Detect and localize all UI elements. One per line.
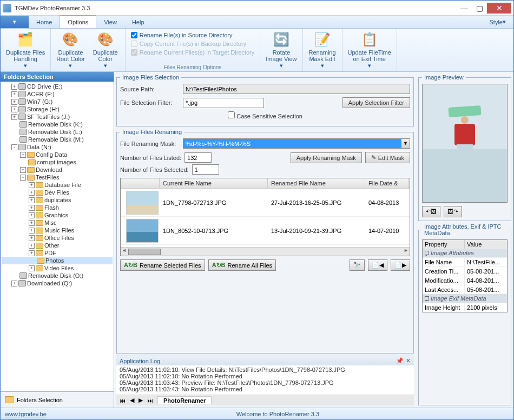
apply-selection-filter-button[interactable]: Apply Selection Filter — [342, 97, 410, 108]
file-filter-input[interactable] — [183, 98, 264, 108]
tree-node[interactable]: +CD Drive (E:) — [2, 83, 113, 90]
tree-node[interactable]: +ACER (F:) — [2, 90, 113, 98]
expand-icon[interactable]: - — [20, 175, 26, 181]
close-log-icon[interactable]: ✕ — [406, 357, 411, 364]
log-last-button[interactable]: ⏭ — [147, 397, 153, 404]
file-list-grid[interactable]: Current File Name Renamed File Name File… — [120, 178, 410, 256]
expand-icon[interactable]: + — [11, 281, 17, 286]
expand-icon[interactable]: + — [29, 243, 35, 249]
prop-category[interactable]: -Image Exif MetaData — [423, 294, 507, 303]
log-text[interactable]: 05/Aug/2013 11:02:10: View File Details:… — [116, 365, 414, 395]
file-row[interactable]: 1DN_8052-10-0713.JPG 13-Jul-2010-09-21-3… — [121, 217, 410, 245]
tree-node[interactable]: +Dev Files — [2, 189, 113, 196]
expand-icon[interactable]: + — [29, 228, 35, 234]
tree-node[interactable]: -Data (N:) — [2, 143, 113, 151]
tab-home[interactable]: Home — [29, 16, 60, 28]
renaming-mask-edit-button[interactable]: 📝 Renaming Mask Edit▾ — [306, 30, 339, 70]
tree-node[interactable]: +PDF — [2, 249, 113, 257]
expand-icon[interactable]: + — [11, 106, 17, 112]
rename-in-source-checkbox[interactable]: Rename File(s) in Source Directory — [131, 32, 255, 38]
expand-icon[interactable]: + — [29, 205, 35, 211]
tab-help[interactable]: Help — [124, 16, 152, 28]
close-button[interactable]: ✕ — [487, 3, 511, 14]
tree-node[interactable]: +Downloaded (Q:) — [2, 279, 113, 287]
tab-view[interactable]: View — [96, 16, 124, 28]
expand-icon[interactable]: - — [11, 144, 17, 150]
tree-node[interactable]: Removable Disk (K:) — [2, 121, 113, 128]
tree-node[interactable]: +Music Files — [2, 226, 113, 234]
horizontal-scrollbar[interactable] — [121, 247, 410, 256]
property-row[interactable]: Creation Ti...05-08-201... — [423, 266, 507, 276]
mask-dropdown-button[interactable]: ▼ — [401, 138, 410, 149]
col-file-date[interactable]: File Date & — [365, 178, 408, 188]
expand-icon[interactable]: + — [20, 167, 26, 173]
rotate-left-button[interactable]: ↶🖼 — [422, 206, 440, 217]
expand-icon[interactable]: + — [29, 212, 35, 218]
tree-node[interactable]: +Config Data — [2, 151, 113, 158]
rotate-image-view-button[interactable]: 🔄 Rotate Image View▾ — [263, 30, 299, 70]
tree-node[interactable]: +duplicates — [2, 196, 113, 204]
tree-node[interactable]: Removable Disk (M:) — [2, 136, 113, 143]
property-row[interactable]: Image Height2100 pixels — [423, 303, 507, 312]
rename-selected-files-button[interactable]: A↻BRename Selected Files — [120, 259, 205, 271]
folders-selection-footer[interactable]: Folders Selection — [1, 391, 114, 408]
tree-node[interactable]: +Flash — [2, 204, 113, 211]
rotate-right-button[interactable]: 🖼↷ — [444, 206, 462, 217]
expand-icon[interactable]: + — [29, 265, 35, 271]
tree-node[interactable]: +Misc — [2, 219, 113, 226]
expand-icon[interactable]: + — [11, 114, 17, 120]
tree-node[interactable]: Removable Disk (O:) — [2, 272, 113, 279]
tree-node[interactable]: +Other — [2, 242, 113, 249]
expand-icon[interactable]: + — [11, 99, 17, 105]
prev-file-button[interactable]: 📄◀ — [368, 259, 387, 271]
duplicate-files-handling-button[interactable]: 🗂️ Duplicate Files Handling▾ — [4, 30, 47, 70]
copy-backup-checkbox[interactable]: Copy Current File(s) in Backup Directory — [131, 41, 255, 47]
tree-node[interactable]: +Video Files — [2, 264, 113, 272]
col-renamed-filename[interactable]: Renamed File Name — [268, 178, 365, 188]
duplicate-root-color-button[interactable]: 🎨 Duplicate Root Color▾ — [54, 30, 87, 70]
app-menu-button[interactable]: ▾ — [1, 16, 29, 28]
log-next-button[interactable]: ▶ — [139, 397, 143, 404]
pin-icon[interactable]: 📌 — [396, 357, 404, 364]
tree-node[interactable]: corrupt images — [2, 158, 113, 166]
expand-icon[interactable]: + — [11, 91, 17, 97]
tab-options[interactable]: Options — [60, 15, 96, 28]
expand-icon[interactable]: + — [29, 182, 35, 188]
expand-icon[interactable]: + — [29, 190, 35, 196]
log-first-button[interactable]: ⏮ — [120, 397, 126, 404]
expand-icon[interactable]: + — [20, 152, 26, 158]
log-prev-button[interactable]: ◀ — [130, 397, 134, 404]
tree-node[interactable]: -TestFiles — [2, 174, 113, 181]
property-row[interactable]: Modificatio...04-08-201... — [423, 276, 507, 285]
prop-category[interactable]: -Image Attributes — [423, 249, 507, 257]
tree-node[interactable]: +Win7 (G:) — [2, 98, 113, 105]
duplicate-color-button[interactable]: 🎨 Duplicate Color▾ — [89, 30, 122, 70]
expand-icon[interactable]: + — [29, 250, 35, 256]
next-file-button[interactable]: 📄▶ — [391, 259, 410, 271]
col-current-filename[interactable]: Current File Name — [160, 178, 268, 188]
case-sensitive-checkbox[interactable]: Case Sensitive Selection — [228, 111, 302, 119]
tree-node[interactable]: +SF TestFiles (J:) — [2, 113, 113, 121]
tree-node[interactable]: +Download — [2, 166, 113, 174]
renaming-mask-input[interactable] — [183, 138, 401, 149]
update-filetime-button[interactable]: 📋 Update FileTime on Exif Time▾ — [346, 30, 393, 70]
log-tab[interactable]: PhotoRenamer — [157, 396, 212, 404]
tree-node[interactable]: +Database File — [2, 181, 113, 189]
expand-icon[interactable]: + — [29, 197, 35, 203]
apply-renaming-mask-button[interactable]: Apply Renaming Mask — [291, 152, 362, 163]
property-row[interactable]: Last Acces...05-08-201... — [423, 285, 507, 294]
property-row[interactable]: File NameN:\TestFile... — [423, 257, 507, 266]
style-dropdown[interactable]: Style ▾ — [482, 16, 513, 28]
expand-icon[interactable]: + — [11, 84, 17, 90]
source-path-input[interactable] — [183, 84, 410, 94]
property-grid[interactable]: Property Value -Image Attributes File Na… — [422, 239, 508, 312]
website-link[interactable]: www.tgmdev.be — [5, 411, 47, 417]
maximize-button[interactable]: ▢ — [472, 3, 487, 14]
tree-node[interactable]: +Office Files — [2, 234, 113, 242]
minimize-button[interactable]: — — [457, 3, 472, 14]
tree-node[interactable]: Photos — [2, 257, 113, 264]
edit-mask-button[interactable]: ✎Edit Mask — [365, 152, 410, 163]
expand-icon[interactable]: + — [29, 235, 35, 241]
expand-icon[interactable]: + — [29, 220, 35, 226]
search-button[interactable]: 🔭 — [350, 259, 365, 271]
